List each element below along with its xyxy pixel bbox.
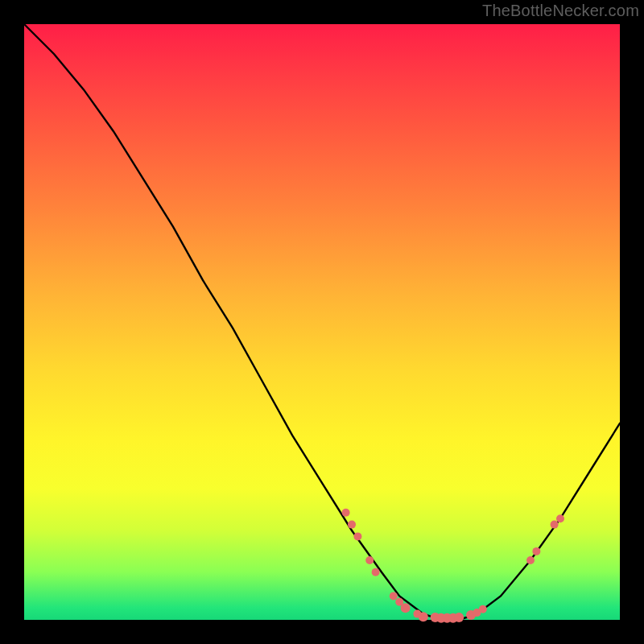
curve-markers	[342, 509, 564, 623]
curve-marker	[372, 568, 380, 576]
curve-marker	[419, 612, 428, 621]
curve-marker	[526, 556, 535, 564]
curve-svg	[24, 24, 620, 620]
curve-marker	[353, 532, 361, 540]
curve-marker	[348, 521, 356, 529]
chart-frame: TheBottleNecker.com	[0, 0, 644, 644]
curve-marker	[365, 556, 374, 564]
bottleneck-curve	[24, 24, 620, 620]
curve-marker	[342, 509, 350, 517]
curve-marker	[556, 514, 564, 522]
watermark-text: TheBottleNecker.com	[482, 2, 639, 20]
curve-marker	[390, 592, 398, 600]
plot-area	[24, 24, 620, 620]
curve-marker	[401, 603, 411, 613]
curve-marker	[551, 521, 559, 529]
curve-marker	[532, 547, 540, 555]
curve-marker	[479, 605, 487, 613]
curve-marker	[454, 613, 464, 622]
